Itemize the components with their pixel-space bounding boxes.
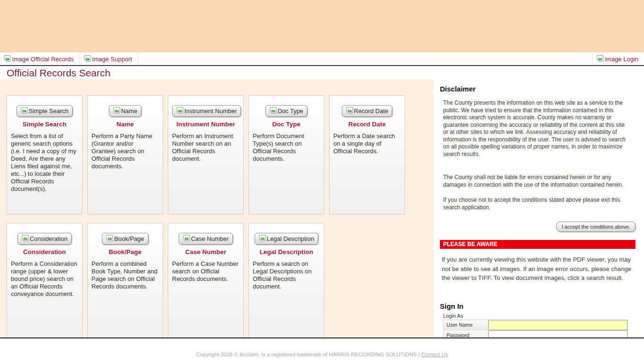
search-cards-region: Simple Search Simple Search Select from … (0, 79, 434, 362)
login-as-label: Login As (443, 313, 636, 319)
search-option-button[interactable]: Legal Description (255, 233, 318, 245)
search-option-button[interactable]: Consideration (17, 233, 72, 245)
card-description: Perform a Case Number search on Official… (172, 260, 239, 283)
nav-bar: image Official Records image Support ima… (0, 53, 644, 66)
card-title: Record Date (333, 121, 401, 128)
accept-conditions-button[interactable]: I accept the conditions above. (556, 222, 636, 232)
please-be-aware-banner: PLEASE BE AWARE (440, 240, 636, 249)
card-title: Consideration (11, 248, 78, 255)
nav-item-support[interactable]: image Support (80, 53, 139, 65)
card-title: Instrument Number (172, 121, 239, 128)
search-option-card: Instrument Number Instrument Number Perf… (168, 95, 244, 214)
search-option-button[interactable]: Case Number (179, 233, 233, 245)
search-option-button[interactable]: Instrument Number (172, 105, 241, 117)
broken-image-icon (183, 235, 190, 243)
search-option-button[interactable]: Simple Search (17, 105, 73, 117)
search-option-card: Doc Type Doc Type Perform Document Type(… (248, 95, 324, 214)
disclaimer-panel: Disclaimer The County presents the infor… (434, 79, 644, 362)
broken-image-icon (21, 107, 28, 115)
disclaimer-paragraph-2: The County shall not be liable for error… (443, 174, 627, 189)
broken-image-icon (346, 107, 353, 115)
search-option-button[interactable]: Doc Type (265, 105, 308, 117)
card-title: Simple Search (11, 121, 78, 128)
card-description: Perform a Date search on a single day of… (333, 132, 401, 155)
search-option-card: Consideration Consideration Perform a Co… (7, 223, 83, 342)
broken-image-icon (106, 235, 113, 243)
search-option-card: Book/Page Book/Page Perform a combined B… (87, 223, 163, 342)
card-description: Perform an Instrument Number search on a… (172, 132, 239, 163)
card-description: Select from a list of generic search opt… (11, 132, 78, 193)
search-option-button[interactable]: Name (109, 105, 142, 117)
broken-image-icon (270, 107, 277, 115)
top-banner (0, 0, 644, 52)
card-title: Case Number (172, 248, 239, 255)
card-description: Perform a Consideration range (upper & l… (11, 260, 78, 298)
aware-text: If you are currently viewing this websit… (440, 255, 636, 283)
nav-item-login[interactable]: image Login (592, 53, 644, 65)
broken-image-icon (176, 107, 183, 115)
card-title: Name (91, 121, 159, 128)
broken-image-icon (22, 235, 29, 243)
footer: Copyright 2026 © Acclaim, is a registere… (0, 337, 644, 362)
broken-image-icon (596, 55, 603, 63)
main-content: Simple Search Simple Search Select from … (0, 79, 644, 362)
card-title: Legal Description (253, 248, 320, 255)
disclaimer-heading: Disclaimer (440, 85, 636, 93)
copyright-text: Copyright 2026 © Acclaim, is a registere… (196, 352, 421, 357)
card-description: Perform a Party Name (Grantor and/or Gra… (91, 132, 159, 170)
search-option-card: Legal Description Legal Description Perf… (248, 223, 324, 342)
nav-item-official-records[interactable]: image Official Records (0, 53, 80, 65)
card-description: Perform a search on Legal Descriptions o… (253, 260, 320, 290)
card-title: Book/Page (91, 248, 159, 255)
card-description: Perform a combined Book Type, Number and… (91, 260, 159, 290)
search-option-card: Name Name Perform a Party Name (Grantor … (87, 95, 163, 214)
search-option-card: Case Number Case Number Perform a Case N… (168, 223, 244, 342)
search-option-button[interactable]: Book/Page (102, 233, 149, 245)
broken-image-icon (259, 235, 266, 243)
card-title: Doc Type (253, 121, 320, 128)
username-label: User Name (444, 320, 488, 330)
search-option-button[interactable]: Record Date (342, 105, 393, 117)
sign-in-heading: Sign In (440, 302, 636, 310)
disclaimer-paragraph-3: If you choose not to accept the conditio… (443, 197, 627, 211)
search-option-card: Record Date Record Date Perform a Date s… (329, 95, 405, 214)
official-records-search-page: image Official Records image Support ima… (0, 0, 644, 362)
broken-image-icon (113, 107, 120, 115)
search-option-card: Simple Search Simple Search Select from … (7, 95, 83, 214)
contact-us-link[interactable]: Contact Us (421, 352, 448, 357)
disclaimer-paragraph-1: The County presents the information on t… (443, 99, 627, 158)
page-title: Official Records Search (7, 67, 110, 79)
broken-image-icon (84, 55, 91, 63)
card-description: Perform Document Type(s) search on Offic… (253, 132, 320, 163)
username-input[interactable] (488, 320, 627, 330)
broken-image-icon (4, 55, 11, 63)
